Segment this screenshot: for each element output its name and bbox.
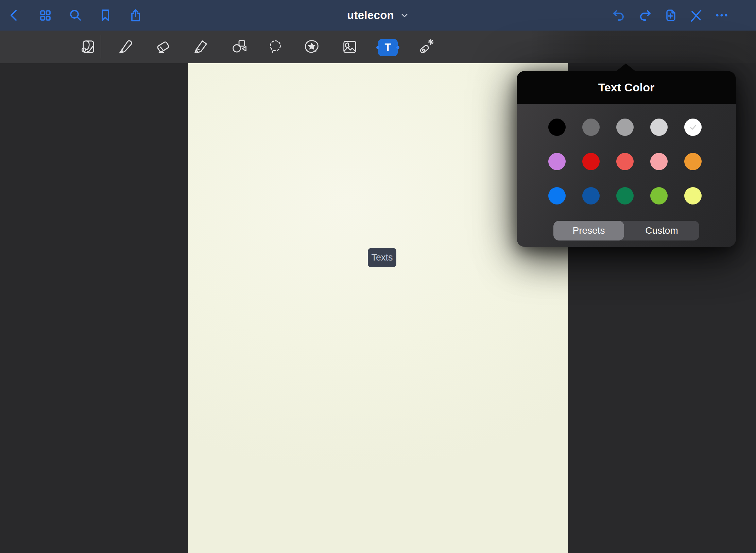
chevron-left-icon (7, 8, 22, 23)
bookmark-button[interactable] (98, 8, 113, 23)
swatch-blue[interactable] (548, 187, 566, 204)
eraser-tool[interactable] (154, 38, 172, 56)
tool-bar: T HiraginoSans-... 16 T ♥ (0, 31, 756, 63)
add-page-icon (663, 8, 678, 23)
share-button[interactable] (128, 8, 143, 23)
bookmark-icon (98, 8, 113, 23)
custom-tab-label: Custom (645, 225, 678, 236)
swatch-red[interactable] (582, 153, 600, 170)
search-icon (68, 8, 83, 23)
highlighter-tool[interactable] (192, 38, 209, 56)
pen-tool[interactable] (116, 38, 133, 56)
redo-button[interactable] (637, 8, 652, 23)
laser-pointer-icon (417, 38, 435, 56)
presets-tab-label: Presets (573, 225, 605, 236)
note-page[interactable] (188, 63, 568, 553)
presets-custom-segmented-control: Presets Custom (553, 221, 699, 240)
text-tool-selected[interactable]: T (378, 39, 398, 56)
view-mode-button[interactable] (79, 38, 97, 56)
swatch-light-gray[interactable] (650, 119, 668, 136)
image-tool[interactable] (341, 38, 359, 56)
swatch-green[interactable] (616, 187, 634, 204)
swatch-orange[interactable] (684, 153, 702, 170)
highlighter-icon (192, 38, 209, 56)
stickers-tool[interactable] (303, 38, 321, 56)
popover-title: Text Color (598, 81, 655, 94)
undo-button[interactable] (612, 8, 626, 23)
swatch-pink[interactable] (650, 153, 668, 170)
ellipsis-icon (714, 8, 729, 23)
swatch-coral[interactable] (616, 153, 634, 170)
shapes-icon (230, 38, 247, 56)
more-options-button[interactable] (714, 8, 729, 23)
page-title[interactable]: utelecon (347, 9, 394, 22)
title-chevron-down-icon[interactable] (400, 11, 409, 20)
lasso-icon (267, 38, 284, 56)
text-color-popover: Text Color Presets Custom (517, 71, 736, 247)
eraser-icon (154, 38, 172, 56)
selection-handle-right (396, 46, 399, 49)
search-button[interactable] (68, 8, 83, 23)
popover-arrow (616, 64, 636, 71)
image-icon (341, 38, 359, 56)
swatch-black[interactable] (548, 119, 566, 136)
undo-icon (612, 8, 626, 23)
checkmark-icon (689, 123, 698, 132)
swatch-dark-gray[interactable] (582, 119, 600, 136)
text-tool-glyph: T (385, 41, 391, 54)
swatch-light-green[interactable] (650, 187, 668, 204)
pen-crossed-icon (688, 8, 703, 23)
canvas-text-label: Texts (371, 252, 393, 263)
swatch-white[interactable] (684, 119, 702, 136)
redo-icon (637, 8, 652, 23)
swatch-gray[interactable] (616, 119, 634, 136)
swatch-purple[interactable] (548, 153, 566, 170)
sticker-star-icon (303, 38, 321, 56)
thumbnails-button[interactable] (38, 8, 53, 23)
swatch-grid (548, 119, 702, 204)
stylus-toggle-button[interactable] (688, 8, 703, 23)
edit-mode-icon (79, 38, 97, 56)
laser-pointer-tool[interactable] (417, 38, 435, 56)
selection-handle-left (376, 46, 379, 49)
popover-header: Text Color (517, 71, 736, 104)
presets-tab[interactable]: Presets (553, 221, 624, 240)
lasso-tool[interactable] (267, 38, 284, 56)
swatch-yellow[interactable] (684, 187, 702, 204)
share-icon (128, 8, 143, 23)
toolbar-divider (101, 35, 101, 58)
canvas-text-object[interactable]: Texts (368, 248, 396, 267)
grid-icon (38, 8, 53, 23)
custom-tab[interactable]: Custom (624, 221, 699, 240)
nav-bar: utelecon (0, 0, 756, 31)
swatch-dark-blue[interactable] (582, 187, 600, 204)
pen-icon (116, 38, 133, 56)
shapes-tool[interactable] (230, 38, 247, 56)
add-page-button[interactable] (663, 8, 678, 23)
back-button[interactable] (7, 8, 22, 23)
